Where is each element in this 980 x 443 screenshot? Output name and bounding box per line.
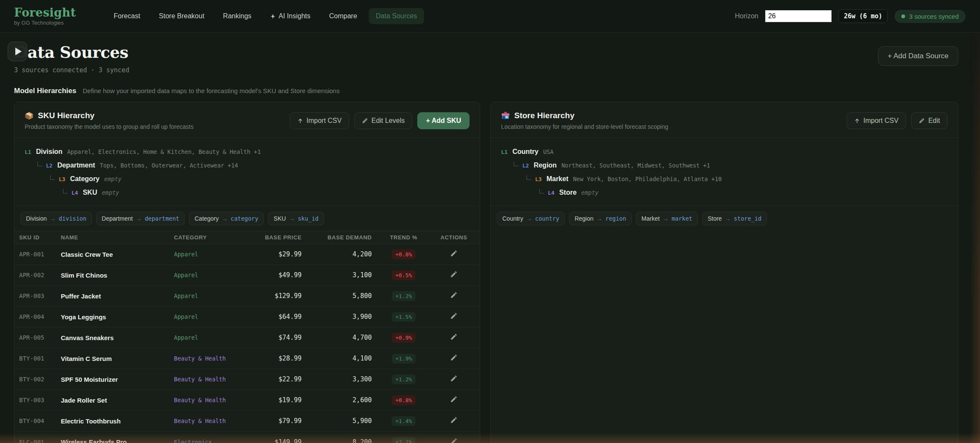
cell-category: Apparel: [174, 272, 253, 278]
page-subtitle: 3 sources connected · 3 synced: [14, 66, 129, 74]
cell-sku-id: APR-001: [19, 251, 61, 258]
cell-trend: +1.4%: [372, 416, 436, 426]
cell-base-price: $28.99: [253, 355, 302, 362]
nav-item-rankings[interactable]: Rankings: [216, 8, 259, 24]
cell-base-demand: 4,100: [302, 355, 372, 362]
trend-badge: +1.2%: [392, 291, 415, 301]
tree-elbow-icon: [50, 175, 55, 180]
add-data-source-button[interactable]: + Add Data Source: [878, 46, 958, 66]
chip-arrow-icon: →: [526, 215, 532, 222]
nav-item-forecast[interactable]: Forecast: [106, 8, 147, 24]
edit-row-icon[interactable]: [450, 416, 458, 424]
add-sku-button[interactable]: + Add SKU: [417, 112, 470, 129]
edit-row-icon[interactable]: [450, 312, 458, 320]
edit-row-icon[interactable]: [450, 291, 458, 299]
upload-icon: [854, 118, 860, 124]
level-name: Department: [57, 162, 95, 169]
section-description: Define how your imported data maps to th…: [83, 87, 339, 94]
cell-base-demand: 2,600: [302, 396, 372, 404]
nav-item-label: Data Sources: [376, 12, 417, 20]
sku-table-body: APR-001Classic Crew TeeApparel$29.994,20…: [14, 244, 480, 443]
chip-dimension-label: Category: [194, 215, 219, 222]
store-card-title: Store Hierarchy: [514, 111, 575, 120]
tree-elbow-icon: [527, 175, 531, 180]
level-badge: L2: [46, 162, 53, 169]
store-edit-button[interactable]: Edit: [911, 112, 948, 129]
edit-row-icon[interactable]: [450, 395, 458, 403]
cell-base-price: $22.99: [253, 375, 302, 383]
cell-trend: +0.8%: [372, 250, 436, 259]
hierarchy-level-row: L1DivisionApparel, Electronics, Home & K…: [25, 145, 470, 159]
sku-import-csv-button[interactable]: Import CSV: [290, 112, 350, 129]
cell-name: Yoga Leggings: [61, 313, 174, 321]
chip-arrow-icon: →: [663, 215, 669, 222]
chip-dimension-label: Store: [708, 215, 722, 222]
cell-base-price: $129.99: [253, 292, 302, 300]
cell-actions: [436, 291, 472, 301]
cell-base-demand: 3,100: [302, 271, 372, 279]
cell-sku-id: APR-003: [19, 292, 61, 299]
play-overlay-button[interactable]: [8, 42, 27, 61]
cell-base-demand: 4,200: [302, 250, 372, 258]
top-nav-bar: Foresight by GG Technologies ForecastSto…: [0, 0, 980, 33]
store-mapping-chips: Country→countryRegion→regionMarket→marke…: [491, 206, 958, 231]
col-base-price: BASE PRICE: [253, 234, 302, 241]
upload-icon: [297, 118, 303, 124]
col-base-demand: BASE DEMAND: [302, 234, 372, 241]
chip-dimension-label: SKU: [273, 215, 286, 222]
nav-item-store-breakout[interactable]: Store Breakout: [152, 8, 212, 24]
chip-arrow-icon: →: [725, 215, 731, 222]
cell-category: Apparel: [174, 251, 253, 258]
level-badge: L4: [71, 190, 78, 196]
sku-table-row: APR-003Puffer JacketApparel$129.995,800+…: [14, 286, 480, 307]
mapping-chip: SKU→sku_id: [268, 212, 324, 225]
cell-base-demand: 8,200: [302, 438, 372, 443]
edit-row-icon[interactable]: [450, 270, 458, 278]
chip-arrow-icon: →: [222, 215, 228, 222]
cell-actions: [436, 312, 472, 321]
level-badge: L3: [535, 176, 542, 182]
cell-category: Apparel: [174, 292, 253, 299]
store-import-csv-button[interactable]: Import CSV: [846, 112, 906, 129]
level-badge: L2: [522, 162, 529, 169]
mapping-chip: Category→category: [189, 212, 264, 225]
section-title: Model Hierarchies: [14, 87, 76, 95]
level-values: empty: [102, 189, 119, 196]
nav-item-compare[interactable]: Compare: [322, 8, 365, 24]
horizon-input[interactable]: [765, 10, 832, 22]
chip-source-column: store_id: [734, 215, 761, 222]
level-values: Apparel, Electronics, Home & Kitchen, Be…: [67, 148, 261, 155]
nav-item-ai-insights[interactable]: AI Insights: [263, 8, 318, 24]
edit-row-icon[interactable]: [450, 437, 458, 443]
brand-logo[interactable]: Foresight by GG Technologies: [14, 7, 76, 26]
nav-item-data-sources[interactable]: Data Sources: [369, 8, 424, 24]
chip-arrow-icon: →: [596, 215, 602, 222]
chip-source-column: department: [145, 215, 179, 222]
cell-sku-id: APR-004: [19, 313, 61, 320]
level-name: Market: [547, 175, 569, 183]
level-name: Country: [513, 148, 538, 156]
nav-item-label: Forecast: [114, 12, 140, 20]
store-edit-label: Edit: [928, 117, 940, 125]
page-title: Data Sources: [14, 43, 129, 62]
edit-row-icon[interactable]: [450, 375, 458, 382]
cell-name: Jade Roller Set: [61, 397, 174, 404]
cell-base-price: $64.99: [253, 313, 302, 321]
sparkle-icon: [270, 14, 276, 19]
cell-base-demand: 4,700: [302, 334, 372, 341]
edit-row-icon[interactable]: [450, 333, 458, 341]
cell-actions: [436, 395, 472, 405]
cell-category: Beauty & Health: [174, 417, 253, 424]
cell-sku-id: BTY-002: [19, 376, 61, 383]
edit-row-icon[interactable]: [450, 354, 458, 361]
chip-arrow-icon: →: [136, 215, 142, 222]
chip-source-column: country: [535, 215, 559, 222]
edit-row-icon[interactable]: [450, 250, 458, 257]
sku-edit-levels-button[interactable]: Edit Levels: [354, 112, 412, 129]
cell-base-price: $49.99: [253, 271, 302, 279]
tree-elbow-icon: [539, 189, 544, 193]
sku-table-row: APR-005Canvas SneakersApparel$74.994,700…: [14, 327, 480, 348]
cell-category: Beauty & Health: [174, 376, 253, 383]
level-values: Tops, Bottoms, Outerwear, Activewear +14: [100, 162, 238, 169]
chip-source-column: market: [672, 215, 692, 222]
